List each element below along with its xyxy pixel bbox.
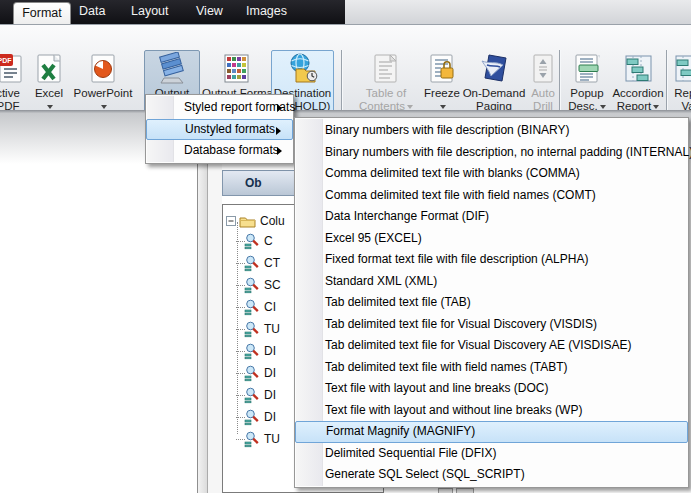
submenu-item-binary[interactable]: Binary numbers with file description (BI… xyxy=(295,120,688,142)
report-va-icon xyxy=(668,51,691,87)
auto-drill-button: Auto Drill xyxy=(528,51,558,117)
tab-images[interactable]: Images xyxy=(246,4,287,18)
accordion-report-button[interactable]: Accordion Report xyxy=(612,51,664,117)
submenu-item-wp[interactable]: Text file with layout and without line b… xyxy=(295,400,688,422)
on-demand-paging-button[interactable]: On-Demand Paging xyxy=(462,51,526,117)
popup-desc-icon xyxy=(564,51,610,87)
auto-drill-icon xyxy=(528,51,558,87)
button-label: Auto xyxy=(528,87,558,100)
tree-item[interactable]: CI xyxy=(244,297,276,317)
splitter-bar[interactable] xyxy=(198,133,207,493)
popup-desc-button[interactable]: Popup Desc. xyxy=(564,51,610,117)
tree-item-label: DI xyxy=(264,344,276,358)
button-label: ctive xyxy=(0,87,30,100)
menu-item-label: Database formats xyxy=(184,143,279,157)
submenu-item-xml[interactable]: Standard XML (XML) xyxy=(295,271,688,293)
tree-item[interactable]: C xyxy=(244,231,273,251)
powerpoint-button[interactable]: PowerPoint xyxy=(72,51,134,117)
tree-item[interactable]: DI xyxy=(244,363,276,383)
button-label: Excel xyxy=(28,87,70,100)
field-magnifier-icon xyxy=(244,431,261,448)
active-pdf-button[interactable]: PDF ctive PDF xyxy=(0,51,30,117)
tree-item-label: TU xyxy=(264,322,280,336)
field-magnifier-icon xyxy=(244,299,261,316)
menu-item-unstyled-formats[interactable]: Unstyled formats xyxy=(146,119,293,141)
menu-item-styled-report-formats[interactable]: Styled report formats xyxy=(146,97,293,119)
submenu-arrow-icon xyxy=(277,104,286,112)
submenu-item-dif[interactable]: Data Interchange Format (DIF) xyxy=(295,206,688,228)
on-demand-paging-icon xyxy=(462,51,526,87)
tree-item-label: TU xyxy=(264,432,280,446)
field-magnifier-icon xyxy=(244,233,261,250)
field-magnifier-icon xyxy=(244,277,261,294)
folder-icon xyxy=(239,214,256,228)
submenu-item-comt[interactable]: Comma delimited text file with field nam… xyxy=(295,185,688,207)
tree-item[interactable]: DI xyxy=(244,341,276,361)
excel-icon xyxy=(28,51,70,87)
tab-view[interactable]: View xyxy=(196,4,223,18)
background-scrollbar-fragment xyxy=(438,488,453,493)
button-label: On-Demand xyxy=(462,87,526,100)
accordion-report-icon xyxy=(612,51,664,87)
tree-item[interactable]: TU xyxy=(244,429,280,449)
submenu-item-visdisae[interactable]: Tab delimited text file for Visual Disco… xyxy=(295,335,688,357)
tree-item-label: C xyxy=(264,234,273,248)
background-scrollbar-fragment xyxy=(456,488,474,493)
submenu-item-sql-script[interactable]: Generate SQL Select (SQL_SCRIPT) xyxy=(295,464,688,486)
button-label: Accordion xyxy=(612,87,664,100)
powerpoint-icon xyxy=(72,51,134,87)
button-label: Freeze xyxy=(424,87,460,100)
tree-root-label: Colu xyxy=(260,214,285,228)
tab-format[interactable]: Format xyxy=(13,2,71,25)
submenu-arrow-icon xyxy=(277,147,286,155)
tree-item-label: SC xyxy=(264,278,281,292)
submenu-item-comma[interactable]: Comma delimited text file with blanks (C… xyxy=(295,163,688,185)
collapse-icon[interactable] xyxy=(226,216,236,226)
field-magnifier-icon xyxy=(244,321,261,338)
submenu-item-tab[interactable]: Tab delimited text file (TAB) xyxy=(295,292,688,314)
tree-item-label: DI xyxy=(264,410,276,424)
tab-data[interactable]: Data xyxy=(79,4,105,18)
output-format-options-icon xyxy=(202,51,269,87)
freeze-button[interactable]: Freeze xyxy=(424,51,460,117)
tree-item[interactable]: SC xyxy=(244,275,281,295)
tree-item[interactable]: CT xyxy=(244,253,280,273)
freeze-icon xyxy=(424,51,460,87)
submenu-item-alpha[interactable]: Fixed format text file with file descrip… xyxy=(295,249,688,271)
button-label: PowerPoint xyxy=(72,87,134,100)
application-window: Format Data Layout View Images PDF ctive… xyxy=(0,0,691,493)
tree-item-label: DI xyxy=(264,388,276,402)
field-magnifier-icon xyxy=(244,365,261,382)
submenu-item-internal[interactable]: Binary numbers with file description, no… xyxy=(295,142,688,164)
menu-item-database-formats[interactable]: Database formats xyxy=(146,140,293,162)
unstyled-formats-submenu: Binary numbers with file description (BI… xyxy=(294,117,689,488)
field-magnifier-icon xyxy=(244,343,261,360)
report-va-button[interactable]: Repo Va xyxy=(668,51,691,117)
field-magnifier-icon xyxy=(244,255,261,272)
tree-item[interactable]: TU xyxy=(244,319,280,339)
tab-layout[interactable]: Layout xyxy=(131,4,169,18)
table-of-contents-icon xyxy=(350,51,422,87)
table-of-contents-button: Table of Contents xyxy=(350,51,422,117)
submenu-item-magnify[interactable]: Format Magnify (MAGNIFY) xyxy=(295,421,688,443)
tree-item[interactable]: DI xyxy=(244,407,276,427)
button-label: Popup xyxy=(564,87,610,100)
output-format-icon xyxy=(145,51,199,87)
tree-guide-line xyxy=(237,222,238,434)
excel-button[interactable]: Excel xyxy=(28,51,70,117)
field-magnifier-icon xyxy=(244,387,261,404)
button-label: Table of xyxy=(350,87,422,100)
tree-item-label: CI xyxy=(264,300,276,314)
submenu-item-tabt[interactable]: Tab delimited text file with field names… xyxy=(295,357,688,379)
tree-item-label: DI xyxy=(264,366,276,380)
tree-item[interactable]: DI xyxy=(244,385,276,405)
active-pdf-icon: PDF xyxy=(0,51,30,87)
submenu-item-doc[interactable]: Text file with layout and line breaks (D… xyxy=(295,378,688,400)
submenu-item-dfix[interactable]: Delimited Sequential File (DFIX) xyxy=(295,443,688,465)
output-format-menu: Styled report formats Unstyled formats D… xyxy=(145,94,294,164)
submenu-item-visdis[interactable]: Tab delimited text file for Visual Disco… xyxy=(295,314,688,336)
submenu-arrow-icon xyxy=(276,127,285,135)
tree-root-row[interactable]: Colu xyxy=(226,211,285,231)
destination-icon xyxy=(272,51,333,87)
submenu-item-excel95[interactable]: Excel 95 (EXCEL) xyxy=(295,228,688,250)
